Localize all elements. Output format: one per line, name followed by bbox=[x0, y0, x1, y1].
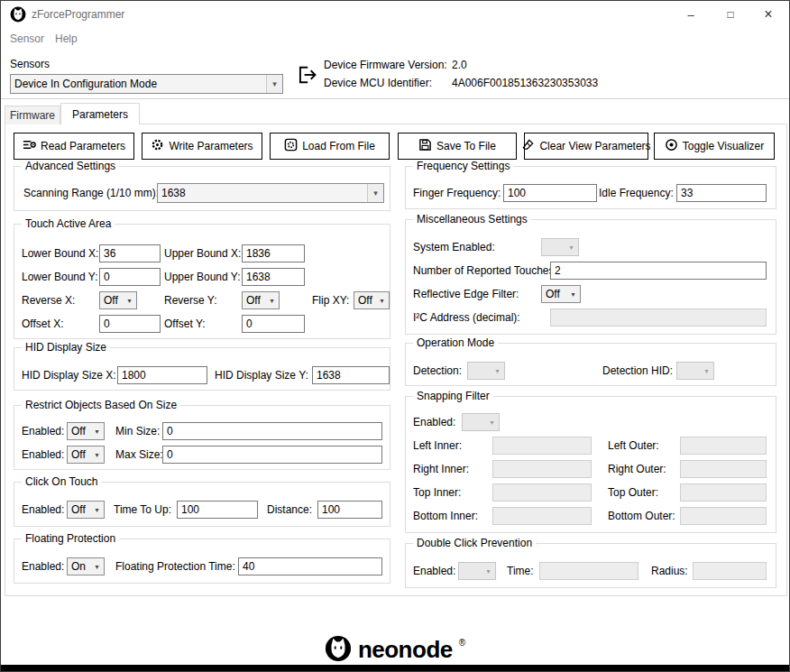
group-title-frequency-settings: Frequency Settings bbox=[413, 160, 513, 173]
lower-bound-x-label: Lower Bound X: bbox=[22, 247, 98, 260]
toggle-visualizer-button[interactable]: Toggle Visualizer bbox=[654, 133, 775, 160]
group-title-hid-display-size: HID Display Size bbox=[22, 341, 110, 354]
dcp-time-label: Time: bbox=[507, 565, 534, 577]
flip-xy-dropdown[interactable]: Off ▾ bbox=[354, 291, 390, 309]
floating-protection-group: Floating Protection Enabled: On ▾ Floati… bbox=[14, 539, 390, 584]
offset-x-input[interactable] bbox=[99, 315, 161, 333]
clear-view-parameters-label: Clear View Parameters bbox=[539, 140, 650, 152]
menu-help[interactable]: Help bbox=[55, 32, 78, 45]
flip-xy-label: Flip XY: bbox=[312, 294, 349, 307]
minimize-button[interactable]: – bbox=[672, 1, 710, 28]
dcp-radius-label: Radius: bbox=[651, 565, 688, 577]
write-parameters-label: Write Parameters bbox=[169, 140, 253, 152]
restrict-min-enabled-dropdown[interactable]: Off ▾ bbox=[67, 422, 105, 440]
upper-bound-x-input[interactable] bbox=[242, 244, 305, 262]
reverse-x-dropdown[interactable]: Off ▾ bbox=[99, 291, 137, 309]
group-title-click-on-touch: Click On Touch bbox=[22, 475, 101, 489]
idle-frequency-label: Idle Frequency: bbox=[599, 187, 674, 199]
hid-display-size-x-label: HID Display Size X: bbox=[22, 369, 116, 382]
floating-enabled-dropdown[interactable]: On ▾ bbox=[67, 557, 105, 575]
save-to-file-button[interactable]: Save To File bbox=[398, 133, 517, 160]
clear-view-parameters-button[interactable]: Clear View Parameters bbox=[524, 133, 648, 160]
restrict-max-enabled-dropdown[interactable]: Off ▾ bbox=[67, 446, 105, 464]
chevron-down-icon: ▾ bbox=[375, 292, 389, 308]
idle-frequency-input[interactable] bbox=[676, 184, 767, 202]
hid-display-size-y-input[interactable] bbox=[312, 366, 390, 384]
snapping-enabled-label: Enabled: bbox=[413, 416, 455, 428]
dcp-enabled-label: Enabled: bbox=[413, 565, 455, 577]
upper-bound-y-label: Upper Bound Y: bbox=[164, 271, 241, 283]
scanning-range-dropdown[interactable]: 1638 ▾ bbox=[157, 183, 384, 203]
hid-display-size-x-input[interactable] bbox=[117, 366, 207, 384]
hid-display-size-y-label: HID Display Size Y: bbox=[215, 369, 308, 382]
chevron-down-icon: ▾ bbox=[90, 446, 104, 463]
advanced-settings-group: Advanced Settings Scanning Range (1/10 m… bbox=[14, 166, 390, 211]
upper-bound-y-input[interactable] bbox=[242, 268, 305, 286]
write-parameters-icon bbox=[151, 138, 164, 154]
bottom-inner-label: Bottom Inner: bbox=[413, 510, 478, 522]
chevron-down-icon: ▾ bbox=[265, 292, 279, 308]
sensors-dropdown-value: Device In Configuration Mode bbox=[11, 75, 266, 93]
menu-sensor[interactable]: Sensor bbox=[10, 32, 44, 45]
detection-value bbox=[468, 363, 491, 379]
reverse-y-dropdown[interactable]: Off ▾ bbox=[242, 291, 280, 309]
left-outer-input bbox=[680, 437, 767, 455]
min-size-input[interactable] bbox=[162, 422, 382, 440]
read-parameters-button[interactable]: Read Parameters bbox=[14, 133, 134, 160]
top-outer-input bbox=[680, 483, 767, 502]
group-title-touch-active-area: Touch Active Area bbox=[22, 217, 115, 231]
load-from-file-button[interactable]: Load From File bbox=[270, 133, 390, 160]
header-divider bbox=[1, 98, 789, 99]
floating-enabled-value: On bbox=[68, 558, 90, 575]
offset-y-input[interactable] bbox=[242, 315, 305, 333]
click-on-touch-enabled-dropdown[interactable]: Off ▾ bbox=[67, 501, 105, 519]
chevron-down-icon: ▾ bbox=[482, 563, 495, 579]
lower-bound-y-label: Lower Bound Y: bbox=[22, 271, 98, 283]
zforceprogrammer-window: zForceProgrammer – □ × Sensor Help Senso… bbox=[0, 0, 790, 672]
restrict-max-enabled-label: Enabled: bbox=[22, 448, 64, 461]
chevron-down-icon: ▾ bbox=[266, 75, 282, 93]
lower-bound-x-input[interactable] bbox=[99, 244, 161, 262]
max-size-input[interactable] bbox=[162, 446, 382, 464]
detection-hid-dropdown: ▾ bbox=[676, 362, 714, 380]
floating-time-input[interactable] bbox=[238, 557, 382, 575]
write-parameters-button[interactable]: Write Parameters bbox=[142, 133, 262, 160]
detection-hid-label: Detection HID: bbox=[602, 364, 673, 377]
lower-bound-y-input[interactable] bbox=[99, 268, 161, 286]
left-inner-label: Left Inner: bbox=[413, 439, 462, 452]
tab-parameters[interactable]: Parameters bbox=[60, 103, 140, 124]
close-button[interactable]: × bbox=[749, 1, 787, 28]
top-outer-label: Top Outer: bbox=[608, 486, 658, 499]
load-from-file-label: Load From File bbox=[302, 140, 375, 152]
distance-input[interactable] bbox=[317, 501, 382, 519]
double-click-prevention-group: Double Click Prevention Enabled: ▾ Time:… bbox=[405, 543, 776, 588]
restrict-min-enabled-label: Enabled: bbox=[22, 425, 64, 437]
offset-x-label: Offset X: bbox=[22, 318, 63, 330]
sensors-dropdown[interactable]: Device In Configuration Mode ▾ bbox=[10, 74, 283, 94]
save-to-file-icon bbox=[418, 138, 432, 154]
export-sensor-icon[interactable] bbox=[295, 63, 318, 87]
hid-display-size-group: HID Display Size HID Display Size X: HID… bbox=[14, 347, 390, 391]
top-inner-label: Top Inner: bbox=[413, 486, 461, 499]
dcp-enabled-value bbox=[459, 563, 482, 579]
snapping-enabled-dropdown: ▾ bbox=[462, 413, 500, 431]
click-on-touch-enabled-value: Off bbox=[68, 502, 90, 518]
time-to-up-input[interactable] bbox=[177, 501, 258, 519]
touch-active-area-group: Touch Active Area Lower Bound X: Upper B… bbox=[14, 224, 390, 339]
reflective-edge-filter-dropdown[interactable]: Off ▾ bbox=[541, 285, 581, 303]
maximize-button[interactable]: □ bbox=[712, 1, 749, 28]
group-title-advanced-settings: Advanced Settings bbox=[22, 160, 119, 173]
reverse-x-value: Off bbox=[100, 292, 123, 308]
chevron-down-icon: ▾ bbox=[485, 414, 499, 430]
reported-touches-input[interactable] bbox=[550, 262, 767, 280]
frequency-settings-group: Frequency Settings Finger Frequency: Idl… bbox=[405, 166, 776, 209]
finger-frequency-input[interactable] bbox=[503, 184, 597, 202]
neonode-logo-icon bbox=[325, 635, 352, 665]
load-from-file-icon bbox=[284, 138, 298, 154]
chevron-down-icon: ▾ bbox=[90, 502, 104, 518]
brand-name: neonode bbox=[358, 636, 453, 664]
top-inner-input bbox=[492, 483, 592, 502]
toggle-visualizer-icon bbox=[665, 138, 678, 154]
mcu-identifier-label: Device MCU Identifier: bbox=[324, 77, 432, 89]
tab-firmware[interactable]: Firmware bbox=[5, 106, 60, 124]
